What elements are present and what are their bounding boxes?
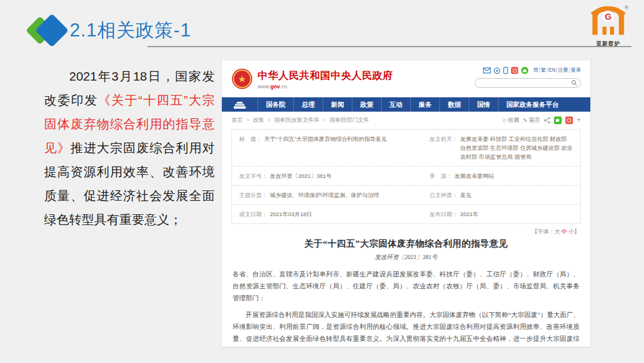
title-diamond-icon — [25, 13, 68, 48]
nav-item-fuwu[interactable]: 服务 — [410, 97, 439, 112]
article-doc-number: 发改环资〔2021〕381号 — [233, 253, 580, 262]
breadcrumb: 首页 > 政策 > 国务院政策文件库 > 国务院部门文件 — [231, 116, 371, 124]
site-title-block: 中华人民共和国中央人民政府 www.gov.cn — [258, 69, 394, 90]
crumb-policy-library[interactable]: 国务院政策文件库 — [274, 116, 320, 123]
nav-item-xinwen[interactable]: 新闻 — [323, 97, 352, 112]
crumb-policy[interactable]: 政策 — [253, 116, 264, 123]
search-input[interactable] — [478, 79, 571, 87]
nav-item-guowuyuan[interactable]: 国务院 — [258, 97, 293, 112]
meta-label-category: 主题分类： — [239, 190, 268, 199]
nav-item-zhengwu-platform[interactable]: 国家政务服务平台 — [498, 97, 566, 112]
document-meta-table: 标 题：关于“十四五”大宗固体废弃物综合利用的指导意见 发文机关：发展改革委 科… — [231, 129, 581, 224]
meta-value-docno: 发改环资〔2021〕381号 — [270, 171, 332, 180]
share-weibo-icon[interactable] — [565, 116, 573, 124]
svg-text:G: G — [605, 12, 611, 21]
page-title: 2.1相关政策-1 — [70, 18, 191, 43]
more-share-button[interactable]: + — [577, 116, 581, 124]
site-name[interactable]: 中华人民共和国中央人民政府 — [258, 69, 394, 82]
article-title: 关于“十四五”大宗固体废弃物综合利用的指导意见 — [233, 238, 580, 250]
nav-item-hudong[interactable]: 互动 — [381, 97, 410, 112]
article-paragraph: 各省、自治区、直辖市及计划单列市、新疆生产建设兵团发展改革委、科技厅（委）、工信… — [233, 268, 580, 304]
mobile-icon[interactable] — [503, 67, 508, 74]
meta-label-doctype: 公文种类： — [429, 190, 458, 199]
gov-nav-bar: 国务院 总理 新闻 政策 互动 服务 数据 国情 国家政务服务平台 — [222, 97, 590, 112]
national-emblem-icon: ★ — [231, 68, 253, 90]
meta-label-agency: 发文机关： — [429, 134, 458, 143]
gov-site-header: ★ 中华人民共和国中央人民政府 www.gov.cn 简|繁|EN|注册|登录 — [222, 60, 590, 97]
meta-label-docno: 发文字号： — [239, 171, 268, 180]
crumb-home[interactable]: 首页 — [231, 116, 243, 123]
svg-text:★: ★ — [238, 74, 246, 84]
nav-item-guoqing[interactable]: 国情 — [469, 97, 498, 112]
favorite-button[interactable]: ☆收藏 — [501, 116, 519, 124]
font-size-widget: 【字体：大中小】 — [233, 228, 580, 236]
login-link[interactable]: 登录 — [571, 67, 581, 73]
meta-value-agency: 发展改革委 科技部 工业和信息化部 财政部 自然资源部 生态环境部 住房城乡建设… — [460, 134, 573, 161]
site-search-box[interactable] — [475, 78, 581, 88]
font-small-button[interactable]: 小 — [568, 228, 574, 235]
language-links: 简|繁|EN|注册|登录 — [533, 67, 581, 74]
register-link[interactable]: 注册 — [558, 67, 568, 73]
font-medium-button[interactable]: 中 — [562, 228, 568, 235]
share-icon[interactable] — [544, 117, 550, 124]
font-large-button[interactable]: 大 — [555, 228, 561, 235]
table-row: 标 题：关于“十四五”大宗固体废弃物综合利用的指导意见 发文机关：发展改革委 科… — [232, 130, 580, 167]
home-gate-icon[interactable] — [222, 97, 258, 112]
article-paragraph: 开展资源综合利用是我国深入实施可持续发展战略的重要内容。大宗固体废弃物（以下简称… — [233, 309, 580, 347]
meta-label-title: 标 题： — [239, 134, 262, 143]
lang-simplified[interactable]: 简 — [533, 67, 538, 73]
header-mini-icons: 简|繁|EN|注册|登录 — [475, 66, 581, 75]
policy-summary-paragraph: 2021年3月18日，国家发改委印发《关于“十四五”大宗固体废弃物综合利用的指导… — [44, 64, 215, 232]
gov-website-screenshot: ★ 中华人民共和国中央人民政府 www.gov.cn 简|繁|EN|注册|登录 — [221, 60, 591, 347]
wechat-icon[interactable] — [521, 67, 528, 74]
meta-label-publish-date: 发布日期： — [429, 210, 458, 219]
lang-traditional[interactable]: 繁 — [541, 67, 546, 73]
table-row: 成文日期：2021年03月18日 发布日期：2021年 — [232, 205, 580, 223]
crumb-dept-docs[interactable]: 国务院部门文件 — [330, 116, 370, 123]
page-tools: ☆收藏 ✎留言 + — [501, 116, 581, 124]
search-icon[interactable] — [571, 80, 577, 86]
pencil-icon: ✎ — [523, 117, 528, 124]
rss-circle-icon[interactable] — [494, 67, 500, 74]
logo-text: 亚新窑炉 — [587, 40, 630, 48]
star-icon: ☆ — [501, 117, 507, 124]
meta-label-source: 来 源： — [429, 171, 452, 180]
nav-item-shuju[interactable]: 数据 — [439, 97, 469, 112]
comment-button[interactable]: ✎留言 — [523, 116, 540, 124]
meta-value-written-date: 2021年03月18日 — [270, 210, 312, 219]
nav-item-zhengce[interactable]: 政策 — [352, 97, 381, 112]
header-right-block: 简|繁|EN|注册|登录 — [475, 66, 581, 88]
meta-value-category: 城乡建设、环境保护\环境监测、保护与治理 — [270, 190, 379, 199]
kiln-logo-icon: G — [590, 5, 627, 37]
meta-value-title: 关于“十四五”大宗固体废弃物综合利用的指导意见 — [264, 134, 387, 143]
article-body: 关于“十四五”大宗固体废弃物综合利用的指导意见 发改环资〔2021〕381号 各… — [222, 238, 590, 347]
meta-value-publish-date: 2021年 — [460, 210, 479, 219]
share-wechat-icon[interactable] — [554, 116, 562, 124]
company-logo: ® G 亚新窑炉 — [587, 5, 630, 48]
url-gov: gov — [271, 84, 280, 90]
meta-label-written-date: 成文日期： — [239, 210, 268, 219]
nav-item-zongli[interactable]: 总理 — [293, 97, 323, 112]
site-url[interactable]: www.gov.cn — [258, 84, 394, 90]
lang-en[interactable]: EN — [549, 67, 556, 73]
meta-value-doctype: 意见 — [460, 190, 472, 199]
registered-mark: ® — [624, 5, 628, 11]
weibo-icon[interactable] — [511, 67, 518, 74]
mail-icon[interactable] — [483, 67, 491, 73]
title-underline — [147, 46, 631, 47]
url-cn: .cn — [280, 84, 287, 90]
table-row: 主题分类：城乡建设、环境保护\环境监测、保护与治理 公文种类：意见 — [232, 186, 580, 205]
url-www: www. — [258, 84, 271, 90]
table-row: 发文字号：发改环资〔2021〕381号 来 源：发展改革委网站 — [232, 167, 580, 186]
breadcrumb-row: 首页 > 政策 > 国务院政策文件库 > 国务院部门文件 ☆收藏 ✎留言 + — [222, 112, 590, 127]
meta-value-source: 发展改革委网站 — [454, 171, 494, 180]
